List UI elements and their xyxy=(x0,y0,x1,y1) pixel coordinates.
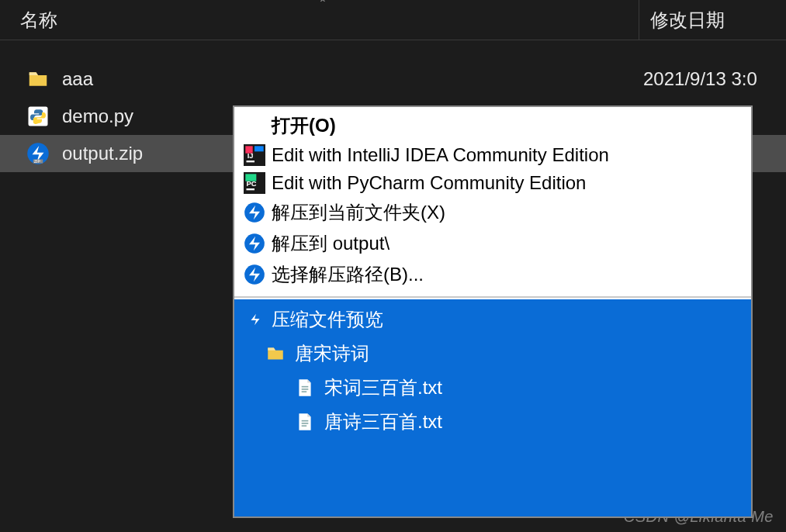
pycharm-icon: PC xyxy=(244,172,265,194)
menu-item-extract-to-folder[interactable]: 解压到 output\ xyxy=(234,228,751,259)
text-file-icon xyxy=(295,412,315,432)
svg-marker-20 xyxy=(251,314,260,326)
svg-rect-22 xyxy=(302,389,309,390)
svg-text:PC: PC xyxy=(247,180,257,188)
archive-preview-panel: 压缩文件预览 唐宋诗词 宋词三百首.txt xyxy=(234,299,751,516)
menu-item-open[interactable]: 打开(O) xyxy=(234,110,751,141)
context-menu: 打开(O) IJ Edit with IntelliJ IDEA Communi… xyxy=(233,105,753,518)
menu-item-label: 选择解压路径(B)... xyxy=(272,262,424,287)
preview-title-row: 压缩文件预览 xyxy=(244,306,742,337)
column-header-date[interactable]: 修改日期 xyxy=(639,0,786,40)
folder-icon xyxy=(26,67,50,91)
menu-item-label: Edit with IntelliJ IDEA Community Editio… xyxy=(272,144,609,166)
preview-tree: 唐宋诗词 宋词三百首.txt 唐诗三百首.txt xyxy=(244,337,742,439)
file-date: 2021/9/13 3:0 xyxy=(639,68,786,90)
svg-rect-9 xyxy=(247,161,255,162)
menu-item-extract-here[interactable]: 解压到当前文件夹(X) xyxy=(234,197,751,228)
column-resize-arrow: ⌃ xyxy=(318,0,327,9)
svg-rect-7 xyxy=(254,146,264,151)
svg-rect-23 xyxy=(302,391,307,392)
intellij-icon: IJ xyxy=(244,144,265,166)
folder-icon xyxy=(265,344,286,364)
tree-folder[interactable]: 唐宋诗词 xyxy=(261,337,742,371)
bandizip-icon xyxy=(244,264,265,285)
tree-file-label: 宋词三百首.txt xyxy=(324,375,442,400)
bandizip-icon xyxy=(244,233,265,254)
svg-rect-13 xyxy=(247,188,255,190)
file-row-folder[interactable]: aaa 2021/9/13 3:0 xyxy=(0,60,786,98)
python-file-icon xyxy=(26,105,50,128)
tree-file[interactable]: 唐诗三百首.txt xyxy=(261,405,742,439)
svg-text:IJ: IJ xyxy=(248,152,254,160)
svg-rect-21 xyxy=(302,386,309,388)
menu-item-extract-choose[interactable]: 选择解压路径(B)... xyxy=(234,259,751,290)
svg-rect-26 xyxy=(302,425,307,427)
tree-folder-label: 唐宋诗词 xyxy=(295,341,369,366)
svg-rect-25 xyxy=(302,423,309,424)
text-file-icon xyxy=(295,378,315,398)
bandizip-icon xyxy=(244,202,265,223)
bandizip-small-icon xyxy=(247,311,264,328)
menu-item-intellij[interactable]: IJ Edit with IntelliJ IDEA Community Edi… xyxy=(234,141,751,169)
menu-item-label: 解压到当前文件夹(X) xyxy=(272,200,445,225)
file-name: aaa xyxy=(62,68,639,90)
menu-item-pycharm[interactable]: PC Edit with PyCharm Community Edition xyxy=(234,169,751,197)
column-header-row: 名称 修改日期 xyxy=(0,0,786,40)
preview-title: 压缩文件预览 xyxy=(272,307,383,332)
tree-file[interactable]: 宋词三百首.txt xyxy=(261,371,742,405)
menu-item-label: Edit with PyCharm Community Edition xyxy=(272,172,586,194)
menu-separator xyxy=(234,296,751,298)
svg-text:ZIP: ZIP xyxy=(34,159,40,164)
svg-rect-24 xyxy=(302,420,309,422)
tree-file-label: 唐诗三百首.txt xyxy=(324,409,442,434)
zip-file-icon: ZIP xyxy=(26,142,50,165)
menu-item-label: 解压到 output\ xyxy=(272,231,390,256)
